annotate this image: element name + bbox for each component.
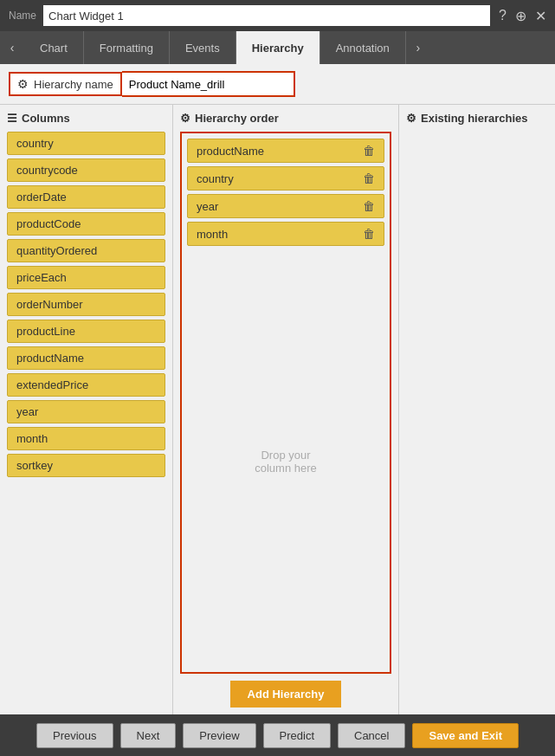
column-chip[interactable]: country — [7, 132, 165, 155]
existing-hierarchies-panel: ⚙ Existing hierarchies — [399, 105, 555, 714]
cancel-button[interactable]: Cancel — [338, 723, 405, 748]
column-chip[interactable]: quantityOrdered — [7, 239, 165, 262]
column-chip[interactable]: priceEach — [7, 266, 165, 289]
save-exit-button[interactable]: Save and Exit — [412, 723, 519, 748]
delete-hierarchy-icon[interactable]: 🗑 — [363, 144, 375, 158]
tabs-bar: ‹ Chart Formatting Events Hierarchy Anno… — [0, 31, 555, 64]
delete-hierarchy-icon[interactable]: 🗑 — [363, 171, 375, 185]
name-label: Name — [9, 10, 36, 22]
main-window: Name ? ⊕ ✕ ‹ Chart Formatting Events Hie… — [0, 0, 555, 756]
title-bar: Name ? ⊕ ✕ — [0, 0, 555, 31]
hierarchy-chip-label: year — [197, 200, 218, 213]
hierarchy-order-icon: ⚙ — [180, 112, 190, 125]
content-area: ☰ Columns countrycountrycodeorderDatepro… — [0, 105, 555, 714]
move-icon[interactable]: ⊕ — [515, 8, 526, 24]
hierarchy-order-panel: ⚙ Hierarchy order productName🗑country🗑ye… — [173, 105, 399, 714]
columns-label: Columns — [22, 112, 70, 125]
widget-name-input[interactable] — [43, 5, 490, 26]
hierarchy-order-chip[interactable]: productName🗑 — [187, 139, 384, 163]
tab-next-arrow[interactable]: › — [406, 31, 430, 64]
hierarchy-chip-label: month — [197, 228, 228, 241]
tab-annotation[interactable]: Annotation — [320, 31, 406, 64]
columns-list: countrycountrycodeorderDateproductCodequ… — [7, 132, 165, 477]
drop-placeholder: Drop yourcolumn here — [182, 251, 390, 672]
hierarchy-chip-label: country — [197, 172, 234, 185]
existing-header: ⚙ Existing hierarchies — [406, 112, 548, 125]
hierarchy-name-row: ⚙ Hierarchy name — [0, 64, 555, 105]
column-chip[interactable]: year — [7, 400, 165, 423]
hierarchy-name-icon: ⚙ — [17, 77, 29, 91]
tab-events[interactable]: Events — [170, 31, 236, 64]
hierarchy-order-header: ⚙ Hierarchy order — [180, 112, 391, 125]
column-chip[interactable]: month — [7, 427, 165, 450]
columns-header: ☰ Columns — [7, 112, 165, 125]
column-chip[interactable]: orderDate — [7, 185, 165, 209]
tab-prev-arrow[interactable]: ‹ — [0, 31, 24, 64]
columns-panel: ☰ Columns countrycountrycodeorderDatepro… — [0, 105, 173, 714]
columns-icon: ☰ — [7, 112, 17, 125]
next-button[interactable]: Next — [120, 723, 177, 748]
hierarchy-items: productName🗑country🗑year🗑month🗑 — [182, 133, 390, 251]
tab-hierarchy[interactable]: Hierarchy — [236, 31, 320, 64]
hierarchy-order-chip[interactable]: month🗑 — [187, 222, 384, 246]
existing-icon: ⚙ — [406, 112, 416, 125]
hierarchy-chip-label: productName — [197, 145, 264, 158]
delete-hierarchy-icon[interactable]: 🗑 — [363, 227, 375, 241]
column-chip[interactable]: productLine — [7, 320, 165, 343]
delete-hierarchy-icon[interactable]: 🗑 — [363, 199, 375, 213]
existing-label: Existing hierarchies — [421, 112, 528, 125]
predict-button[interactable]: Predict — [263, 723, 331, 748]
tab-formatting[interactable]: Formatting — [84, 31, 170, 64]
footer: Previous Next Preview Predict Cancel Sav… — [0, 714, 555, 756]
add-hierarchy-button[interactable]: Add Hierarchy — [230, 681, 342, 708]
close-icon[interactable]: ✕ — [535, 8, 546, 24]
preview-button[interactable]: Preview — [183, 723, 255, 748]
hierarchy-drop-zone[interactable]: productName🗑country🗑year🗑month🗑 Drop you… — [180, 132, 391, 674]
column-chip[interactable]: countrycode — [7, 158, 165, 182]
hierarchy-name-input[interactable] — [122, 71, 295, 97]
column-chip[interactable]: orderNumber — [7, 293, 165, 316]
hierarchy-name-text: Hierarchy name — [34, 78, 113, 91]
hierarchy-order-chip[interactable]: year🗑 — [187, 194, 384, 218]
tab-chart[interactable]: Chart — [24, 31, 84, 64]
previous-button[interactable]: Previous — [36, 723, 113, 748]
title-bar-icons: ? ⊕ ✕ — [499, 8, 546, 24]
column-chip[interactable]: extendedPrice — [7, 373, 165, 397]
hierarchy-order-chip[interactable]: country🗑 — [187, 166, 384, 191]
column-chip[interactable]: productCode — [7, 212, 165, 236]
column-chip[interactable]: productName — [7, 346, 165, 370]
help-icon[interactable]: ? — [499, 8, 507, 24]
column-chip[interactable]: sortkey — [7, 454, 165, 477]
hierarchy-order-label: Hierarchy order — [195, 112, 279, 125]
hierarchy-name-label: ⚙ Hierarchy name — [9, 72, 122, 96]
